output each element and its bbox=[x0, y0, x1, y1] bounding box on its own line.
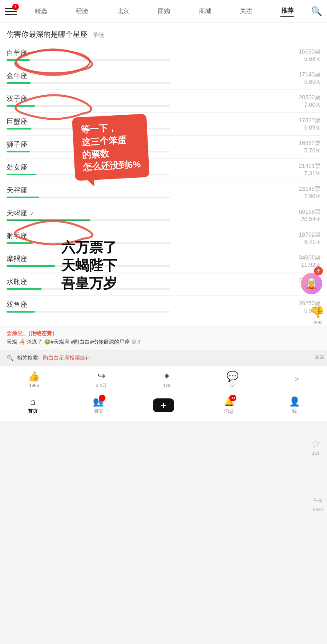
poll-bar-row bbox=[7, 82, 320, 84]
poll-pct: 5.76% bbox=[299, 147, 320, 154]
related-search-keyword[interactable]: 陶白白星座投票统计 bbox=[43, 354, 91, 362]
poll-item[interactable]: 水瓶座 25276票 8.63% bbox=[0, 273, 327, 295]
star-action[interactable]: ☆ 114 bbox=[310, 436, 321, 456]
forward-count: 2.2万 bbox=[96, 382, 107, 389]
poll-bar-fill bbox=[7, 265, 55, 267]
nav-messages[interactable]: 🔔 99 消息 bbox=[196, 396, 262, 415]
menu-badge: 1 bbox=[12, 4, 19, 10]
poll-wrapper: 白羊座 16630票 5.68% 金牛座 17143票 5.85% 双子座 bbox=[0, 44, 327, 318]
check-icon: ✓ bbox=[30, 210, 35, 217]
poll-item-name: 白羊座 bbox=[7, 48, 320, 58]
more-arrow[interactable]: > bbox=[295, 375, 299, 384]
poll-pct: 6.41% bbox=[299, 239, 320, 245]
big-annotation-text: 六万票了 天蝎陛下 吾皇万岁 bbox=[61, 238, 117, 293]
poll-bar-bg bbox=[7, 311, 170, 313]
poll-votes: 23145票 bbox=[299, 186, 320, 193]
poll-header: 伤害你最深的是哪个星座 单选 bbox=[0, 29, 327, 44]
poll-item-name: 狮子座 bbox=[7, 140, 320, 149]
plus-button[interactable]: + bbox=[153, 398, 174, 412]
poll-bar-row bbox=[7, 105, 320, 107]
poll-pct: 5.68% bbox=[299, 56, 320, 62]
me-icon: 👤 bbox=[289, 396, 300, 407]
zodiac-name: 白羊座 bbox=[7, 48, 27, 58]
follow-button[interactable]: + bbox=[314, 266, 323, 275]
poll-stats: 17827票 6.09% bbox=[299, 117, 320, 131]
poll-item[interactable]: 巨蟹座 17827票 6.09% bbox=[0, 113, 327, 135]
thumb-down-icon: 👎 bbox=[310, 306, 325, 319]
forward-action-button[interactable]: ↪ 2.2万 bbox=[96, 370, 107, 389]
nav-tuijian[interactable]: 推荐 bbox=[280, 5, 294, 17]
related-search-icon: 🔍 bbox=[7, 355, 13, 361]
poll-stats: 16630票 5.68% bbox=[299, 48, 320, 62]
nav-me[interactable]: 👤 我 bbox=[262, 396, 327, 415]
poll-votes: 60168票 bbox=[299, 208, 320, 216]
zodiac-name: 摩羯座 bbox=[7, 254, 27, 264]
thumb-down-action[interactable]: 👎 2693 bbox=[310, 306, 325, 325]
comment-text: 天蝎 🦂 杀疯了 😂#天蝎座 #陶白白#伤你最深的星座 展开 bbox=[7, 338, 320, 346]
zodiac-name: 双鱼座 bbox=[7, 300, 27, 309]
poll-item[interactable]: 处女座 21421票 7.31% bbox=[0, 159, 327, 181]
zodiac-name: 金牛座 bbox=[7, 71, 27, 80]
zodiac-name: 射手座 bbox=[7, 231, 27, 241]
poll-bar-row bbox=[7, 128, 320, 130]
comment-content: 天蝎 🦂 杀疯了 😂#天蝎座 #陶白白#伤你最深的星座 bbox=[7, 339, 130, 345]
comment-author[interactable]: @涂尘_（拒绝连赞） bbox=[7, 330, 57, 336]
poll-item[interactable]: 摩羯座 34906票 11.92% bbox=[0, 250, 327, 273]
poll-item[interactable]: 射手座 18762票 6.41% bbox=[0, 227, 327, 250]
nav-tuangou[interactable]: 团购 bbox=[157, 6, 171, 17]
related-search-bar[interactable]: 🔍 相关搜索· 陶白白星座投票统计 bbox=[0, 350, 327, 366]
like-icon: 👍 bbox=[28, 371, 40, 382]
poll-bar-row bbox=[7, 197, 320, 198]
nav-friends[interactable]: 👥 1 朋友 bbox=[65, 396, 131, 415]
poll-bar-fill bbox=[7, 82, 31, 84]
collect-action-button[interactable]: ✦ 179 bbox=[163, 371, 171, 388]
dislike-count: 2693 bbox=[312, 320, 322, 325]
nav-jingyan[interactable]: 经验 bbox=[75, 6, 89, 17]
sticker-text: 等一下，这三个笨蛋的票数怎么还没到6% bbox=[81, 121, 141, 174]
friends-label: 朋友 bbox=[93, 408, 103, 415]
menu-icon[interactable]: 1 bbox=[5, 5, 17, 18]
search-icon[interactable]: 🔍 bbox=[311, 6, 322, 17]
top-nav: 1 精选 经验 北京 团购 商城 关注 推荐 🔍 bbox=[0, 0, 327, 23]
poll-item-name: 双子座 bbox=[7, 94, 320, 103]
related-search-prefix: 相关搜索· bbox=[17, 354, 40, 362]
zodiac-name: 天秤座 bbox=[7, 186, 27, 195]
nav-guanzhu[interactable]: 关注 bbox=[239, 6, 253, 17]
nav-home[interactable]: ⌂ 首页 bbox=[0, 396, 65, 415]
poll-bar-bg bbox=[7, 59, 170, 61]
poll-item[interactable]: 双子座 20502票 7.00% bbox=[0, 90, 327, 112]
poll-bar-fill bbox=[7, 59, 30, 61]
star-icon: ☆ bbox=[310, 436, 321, 451]
poll-item[interactable]: 狮子座 16882票 5.76% bbox=[0, 136, 327, 158]
poll-bar-row bbox=[7, 242, 320, 244]
side-count2-action[interactable]: 3656 bbox=[315, 355, 325, 360]
poll-item[interactable]: 天蝎座✓ 60168票 20.54% bbox=[0, 204, 327, 227]
like-action-button[interactable]: 👍 1965 bbox=[28, 371, 40, 388]
nav-shangcheng[interactable]: 商城 bbox=[198, 6, 212, 17]
poll-item-name: 巨蟹座 bbox=[7, 117, 320, 126]
zodiac-name: 双子座 bbox=[7, 94, 27, 103]
poll-item[interactable]: 白羊座 16630票 5.68% bbox=[0, 44, 327, 67]
poll-votes: 16882票 bbox=[299, 140, 320, 147]
poll-stats: 21421票 7.31% bbox=[299, 163, 320, 177]
me-label: 我 bbox=[292, 408, 297, 415]
expand-button[interactable]: 展开 bbox=[132, 339, 141, 345]
poll-bar-fill bbox=[7, 151, 30, 152]
nav-beijing[interactable]: 北京 bbox=[116, 6, 130, 17]
nav-plus[interactable]: + bbox=[131, 398, 196, 412]
comment-action-button[interactable]: 💬 57 bbox=[226, 371, 239, 388]
poll-pct: 7.31% bbox=[299, 170, 320, 177]
poll-item[interactable]: 双鱼座 20250票 6.91% bbox=[0, 296, 327, 318]
home-label: 首页 bbox=[28, 408, 38, 415]
poll-stats: 17143票 5.85% bbox=[299, 71, 320, 85]
poll-item[interactable]: 金牛座 17143票 5.85% bbox=[0, 67, 327, 89]
zodiac-name: 天蝎座 bbox=[7, 208, 27, 218]
poll-bar-fill bbox=[7, 288, 42, 290]
share-action[interactable]: ↪ 5833 bbox=[313, 494, 323, 512]
poll-item[interactable]: 天秤座 23145票 7.90% bbox=[0, 181, 327, 204]
side-count2: 3656 bbox=[315, 355, 325, 360]
big-text-line2: 天蝎陛下 bbox=[61, 256, 117, 274]
nav-jingxuan[interactable]: 精选 bbox=[34, 6, 48, 17]
zodiac-name: 水瓶座 bbox=[7, 277, 27, 286]
poll-bar-bg bbox=[7, 197, 170, 198]
